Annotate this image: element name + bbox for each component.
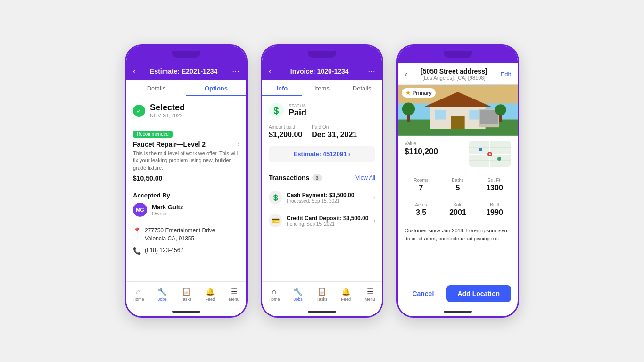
home-indicator3 — [444, 311, 472, 313]
accepted-by-label: Accepted By — [133, 192, 239, 199]
amount-row: Amount paid $1,200.00 Paid On Dec 31, 20… — [269, 124, 375, 139]
nav-menu-label: Menu — [229, 297, 239, 302]
status-section: 💲 STATUS Paid — [269, 103, 375, 118]
menu-icon: ☰ — [231, 287, 238, 296]
service-row: Faucet Repair—Level 2 › — [133, 140, 239, 148]
phone3-bottom-bar — [398, 307, 518, 316]
phone2-tab-bar: Info Items Details — [262, 80, 382, 96]
paid-on-value: Dec 31, 2021 — [312, 131, 357, 139]
acres-value: 3.5 — [405, 208, 438, 217]
baths-value: 5 — [441, 184, 474, 192]
transaction-row-2[interactable]: 💳 Credit Card Deposit: $3,500.00 Pending… — [269, 209, 375, 232]
phone2-back-icon[interactable]: ‹ — [269, 67, 271, 75]
phone-text: (818) 123-4567 — [145, 247, 183, 255]
built-value: 1990 — [478, 208, 511, 217]
cancel-button[interactable]: Cancel — [405, 285, 442, 302]
tab-options[interactable]: Options — [186, 80, 246, 96]
action-buttons: Cancel Add Location — [398, 280, 518, 307]
selected-card: ✓ Selected NOV 28, 2022 — [133, 103, 239, 118]
nav-jobs[interactable]: 🔧 Jobs — [150, 287, 174, 302]
map-thumbnail[interactable] — [469, 141, 511, 167]
view-all-link[interactable]: View All — [355, 174, 375, 181]
nav-feed[interactable]: 🔔 Feed — [198, 287, 222, 302]
svg-point-11 — [402, 102, 415, 115]
amount-paid-label: Amount paid — [269, 124, 302, 130]
nav-tasks-label: Tasks — [181, 297, 191, 302]
nav2-tasks[interactable]: 📋 Tasks — [310, 287, 334, 302]
nav2-home[interactable]: ⌂ Home — [262, 288, 286, 302]
sqft-label: Sq. Ft. — [478, 178, 511, 183]
map-svg — [469, 141, 511, 167]
nav2-menu-label: Menu — [364, 297, 375, 302]
person-name: Mark Gultz — [152, 204, 183, 211]
tx2-title: Credit Card Deposit: $3,500.00 — [287, 215, 369, 222]
phone2-header: ‹ Invoice: 1020-1234 ⋯ — [262, 63, 382, 80]
nav-tasks[interactable]: 📋 Tasks — [174, 287, 198, 302]
add-location-button[interactable]: Add Location — [446, 285, 511, 302]
tx1-date: Processed: Sep 15, 2021 — [287, 198, 369, 204]
built-label: Built — [478, 202, 511, 207]
service-price: $10,50.00 — [133, 174, 239, 182]
amount-paid-col: Amount paid $1,200.00 — [269, 124, 302, 139]
nav-menu[interactable]: ☰ Menu — [222, 287, 246, 302]
service-chevron-icon[interactable]: › — [238, 141, 239, 148]
transactions-title: Transactions 3 — [269, 174, 322, 181]
tasks2-icon: 📋 — [317, 287, 327, 296]
phone1-back-icon[interactable]: ‹ — [133, 67, 135, 75]
rooms-label: Rooms — [405, 178, 438, 183]
paid-on-label: Paid On — [312, 124, 357, 130]
star-icon: ★ — [405, 90, 411, 96]
tx1-info: Cash Payment: $3,500.00 Processed: Sep 1… — [287, 192, 369, 204]
address-text: 277750 Entertainment DriveValencia CA, 9… — [145, 227, 215, 243]
phone2-notch — [308, 51, 336, 58]
phone1-top-bar — [126, 46, 246, 63]
nav2-menu[interactable]: ☰ Menu — [358, 287, 382, 302]
note-divider — [405, 222, 511, 222]
menu2-icon: ☰ — [367, 287, 373, 296]
tab-details[interactable]: Details — [342, 80, 382, 96]
nav2-feed[interactable]: 🔔 Feed — [334, 287, 358, 302]
estimate-link[interactable]: Estimate: 4512091 › — [269, 146, 375, 162]
phone1-more-icon[interactable]: ⋯ — [232, 66, 239, 75]
phone1-tab-bar: Details Options — [126, 80, 246, 96]
tx1-title: Cash Payment: $3,500.00 — [287, 192, 369, 198]
nav2-feed-label: Feed — [341, 297, 351, 302]
address-line2: [Los Angeles], [CA] [98108] — [421, 75, 487, 81]
sold-value: 2001 — [441, 208, 474, 217]
phone-row: 📞 (818) 123-4567 — [133, 247, 239, 255]
person-role: Owner — [152, 211, 183, 216]
recommended-badge: Recommended — [133, 131, 173, 138]
tab-details[interactable]: Details — [126, 80, 186, 96]
edit-button[interactable]: Edit — [501, 71, 511, 78]
tab-info[interactable]: Info — [262, 80, 302, 96]
tx2-icon: 💳 — [269, 214, 282, 227]
stats-divider2 — [405, 197, 511, 197]
svg-point-21 — [479, 148, 482, 151]
status-label: STATUS — [289, 103, 306, 108]
phone1-content: ✓ Selected NOV 28, 2022 Recommended Fauc… — [126, 96, 246, 281]
svg-point-22 — [497, 157, 501, 161]
nav-feed-label: Feed — [206, 297, 215, 302]
customer-note: Customer since Jan 2018. Lorem ipsum ise… — [405, 227, 511, 242]
tx2-info: Credit Card Deposit: $3,500.00 Pending: … — [287, 215, 369, 227]
stat-acres: Acres 3.5 — [405, 202, 438, 217]
phone2-title: Invoice: 1020-1234 — [290, 67, 349, 75]
amount-paid-value: $1,200.00 — [269, 131, 302, 139]
transaction-row-1[interactable]: 💲 Cash Payment: $3,500.00 Processed: Sep… — [269, 186, 375, 209]
tx2-chevron-icon: › — [373, 217, 375, 224]
tx1-icon: 💲 — [269, 191, 282, 204]
tx2-date: Pending: Sep 15, 2021 — [287, 222, 369, 227]
tab-items[interactable]: Items — [302, 80, 342, 96]
stats-divider1 — [405, 173, 511, 173]
status-value: Paid — [289, 108, 306, 118]
sold-label: Sold — [441, 202, 474, 207]
nav2-jobs[interactable]: 🔧 Jobs — [286, 287, 310, 302]
nav-home[interactable]: ⌂ Home — [126, 288, 150, 302]
feed2-icon: 🔔 — [341, 287, 351, 296]
phone1-notch — [172, 51, 200, 58]
phone2-more-icon[interactable]: ⋯ — [368, 66, 375, 75]
service-desc: This is the mid-level of work we offer. … — [133, 150, 239, 172]
header-address: [5050 Street address] [Los Angeles], [CA… — [421, 67, 487, 81]
phone3-back-icon[interactable]: ‹ — [405, 69, 407, 79]
selected-date: NOV 28, 2022 — [150, 113, 185, 118]
